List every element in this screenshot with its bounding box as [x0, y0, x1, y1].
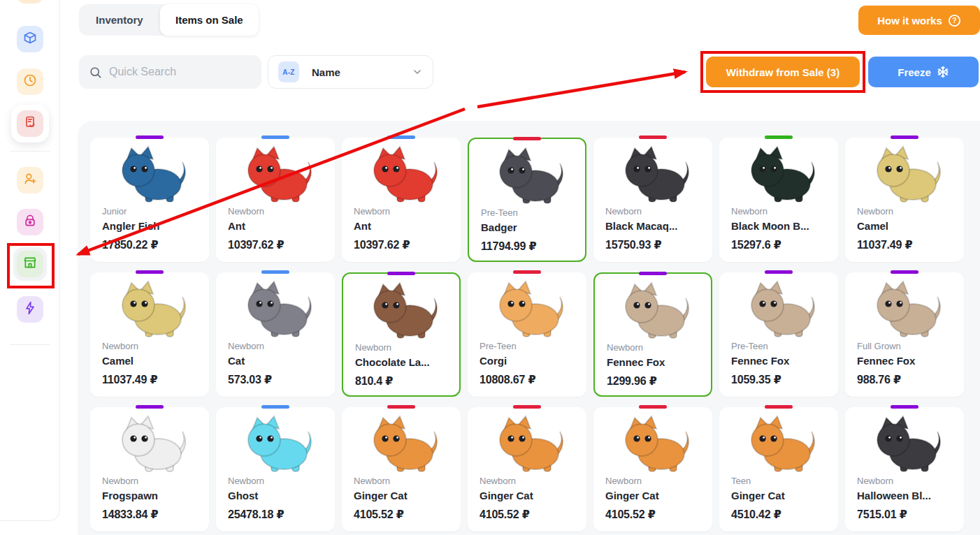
- search-input[interactable]: [109, 66, 249, 78]
- box-icon: [23, 31, 37, 47]
- how-it-works-button[interactable]: How it works ?: [858, 6, 980, 35]
- pet-card[interactable]: Newborn Cat 573.03 ₽: [216, 272, 335, 397]
- pet-card[interactable]: Pre-Teen Badger 11794.99 ₽: [468, 138, 586, 262]
- pet-name: Fennec Fox: [731, 355, 830, 367]
- pet-card[interactable]: Newborn Ginger Cat 4105.52 ₽: [468, 407, 586, 532]
- pet-card[interactable]: Newborn Black Moon B... 15297.6 ₽: [719, 138, 838, 262]
- rarity-bar: [387, 272, 415, 275]
- pet-card[interactable]: Newborn Black Macaq... 15750.93 ₽: [593, 138, 712, 262]
- pet-card[interactable]: Full Grown Fennec Fox 988.76 ₽: [845, 272, 964, 397]
- rarity-bar: [891, 270, 918, 274]
- pet-image: [593, 142, 712, 207]
- pet-image: [343, 279, 459, 343]
- sidebar-item-partial[interactable]: [17, 0, 43, 3]
- pet-age: Full Grown: [857, 342, 956, 351]
- pet-price: 10397.62 ₽: [354, 238, 452, 251]
- sidebar-item-inventory[interactable]: [17, 26, 43, 52]
- rarity-bar: [387, 135, 415, 139]
- pet-name: Ghost: [228, 490, 326, 502]
- pet-image: [216, 142, 335, 207]
- pet-image: [90, 412, 209, 476]
- pet-price: 4105.52 ₽: [480, 508, 578, 521]
- pet-price: 11037.49 ₽: [102, 373, 201, 386]
- pet-name: Chocolate La...: [355, 356, 451, 369]
- freeze-button[interactable]: Freeze: [868, 57, 979, 87]
- rarity-bar: [891, 405, 918, 409]
- pet-age: Newborn: [228, 342, 326, 351]
- pet-image: [90, 142, 209, 207]
- sidebar-item-security[interactable]: [17, 209, 43, 235]
- pet-card[interactable]: Newborn Ant 10397.62 ₽: [342, 138, 461, 262]
- pet-age: Newborn: [480, 476, 578, 485]
- rarity-bar: [513, 137, 541, 140]
- pet-image: [595, 279, 711, 343]
- sidebar: [0, 0, 60, 521]
- pet-age: Newborn: [102, 342, 201, 351]
- rarity-bar: [261, 135, 289, 139]
- rarity-bar: [387, 405, 415, 409]
- rarity-bar: [136, 135, 164, 139]
- sidebar-item-boost[interactable]: [17, 296, 43, 323]
- tab-inventory[interactable]: Inventory: [79, 4, 160, 36]
- sidebar-item-referrals[interactable]: [17, 167, 43, 193]
- pet-card[interactable]: Newborn Halloween Bl... 7515.01 ₽: [845, 407, 964, 532]
- pet-card[interactable]: Newborn Ant 10397.62 ₽: [216, 138, 335, 262]
- pet-card[interactable]: Newborn Ginger Cat 4105.52 ₽: [593, 407, 712, 532]
- pet-price: 10397.62 ₽: [228, 238, 326, 251]
- tab-items-on-sale[interactable]: Items on Sale: [160, 4, 259, 36]
- pet-age: Newborn: [857, 476, 956, 485]
- lock-icon: [23, 214, 37, 230]
- sidebar-item-history[interactable]: [17, 68, 43, 95]
- rarity-bar: [261, 270, 289, 274]
- pet-card[interactable]: Newborn Camel 11037.49 ₽: [90, 272, 209, 397]
- pet-name: Angler Fish: [102, 220, 201, 233]
- pet-price: 15750.93 ₽: [605, 238, 704, 251]
- sort-dropdown[interactable]: A-Z Name: [268, 55, 433, 89]
- question-circle-icon: ?: [948, 14, 961, 27]
- snowflake-icon: [937, 66, 949, 78]
- svg-text:?: ?: [952, 17, 956, 24]
- pet-card[interactable]: Newborn Ginger Cat 4105.52 ₽: [342, 407, 461, 532]
- pet-price: 810.4 ₽: [355, 374, 451, 388]
- pet-price: 17850.22 ₽: [102, 238, 201, 251]
- pet-image: [719, 142, 838, 207]
- pet-card[interactable]: Junior Angler Fish 17850.22 ₽: [90, 138, 209, 262]
- pet-card[interactable]: Newborn Chocolate La... 810.4 ₽: [342, 272, 461, 397]
- pet-card[interactable]: Newborn Fennec Fox 1299.96 ₽: [593, 272, 712, 397]
- rarity-bar: [261, 405, 289, 409]
- sidebar-item-sales[interactable]: [11, 105, 49, 142]
- pet-image: [593, 412, 712, 476]
- pet-card[interactable]: Pre-Teen Fennec Fox 1059.35 ₽: [719, 272, 838, 397]
- pet-card[interactable]: Newborn Frogspawn 14833.84 ₽: [90, 407, 209, 532]
- pet-name: Ant: [354, 220, 452, 233]
- pet-price: 1059.35 ₽: [731, 373, 830, 386]
- pet-image: [216, 277, 335, 342]
- pet-name: Camel: [102, 355, 201, 367]
- pet-name: Camel: [857, 220, 956, 233]
- pet-card[interactable]: Newborn Ghost 25478.18 ₽: [216, 407, 335, 532]
- pet-name: Black Macaq...: [605, 220, 704, 233]
- pet-age: Pre-Teen: [480, 342, 578, 351]
- pet-card[interactable]: Pre-Teen Corgi 10808.67 ₽: [468, 272, 586, 397]
- pet-age: Newborn: [607, 343, 702, 352]
- pet-age: Newborn: [731, 207, 830, 216]
- pet-card[interactable]: Newborn Camel 11037.49 ₽: [845, 138, 964, 262]
- sidebar-item-shop[interactable]: [13, 247, 47, 281]
- rarity-bar: [765, 135, 793, 139]
- rarity-bar: [136, 270, 164, 274]
- pet-price: 573.03 ₽: [228, 373, 326, 386]
- pet-price: 7515.01 ₽: [857, 508, 956, 521]
- pet-name: Ginger Cat: [731, 490, 830, 502]
- pet-name: Fennec Fox: [607, 356, 702, 369]
- rarity-bar: [765, 270, 793, 274]
- rarity-bar: [765, 405, 793, 409]
- pet-price: 25478.18 ₽: [228, 508, 326, 521]
- pet-name: Black Moon B...: [731, 220, 830, 233]
- quick-search: [79, 55, 261, 89]
- annotation-arrow-to-withdraw: [477, 72, 685, 107]
- pet-price: 4510.42 ₽: [731, 508, 830, 521]
- pet-age: Newborn: [355, 343, 451, 352]
- pet-card[interactable]: Teen Ginger Cat 4510.42 ₽: [719, 407, 838, 532]
- pet-name: Ginger Cat: [354, 490, 452, 502]
- withdraw-from-sale-button[interactable]: Withdraw from Sale (3): [706, 57, 860, 87]
